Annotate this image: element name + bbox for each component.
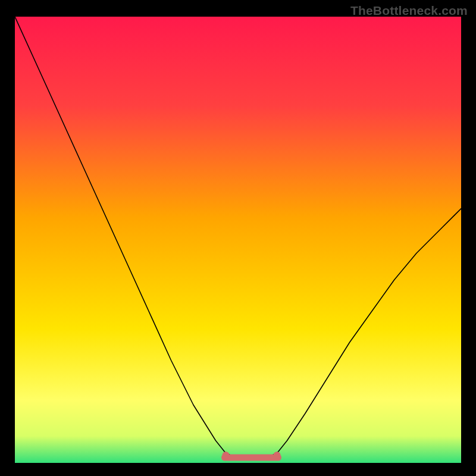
bottleneck-chart (15, 17, 461, 463)
watermark-text: TheBottleneck.com (350, 4, 468, 18)
chart-container: TheBottleneck.com (0, 0, 476, 476)
optimal-range-cap-right (274, 452, 281, 459)
plot-area (15, 17, 461, 463)
optimal-range-cap-left (223, 452, 230, 459)
svg-rect-0 (15, 17, 461, 463)
